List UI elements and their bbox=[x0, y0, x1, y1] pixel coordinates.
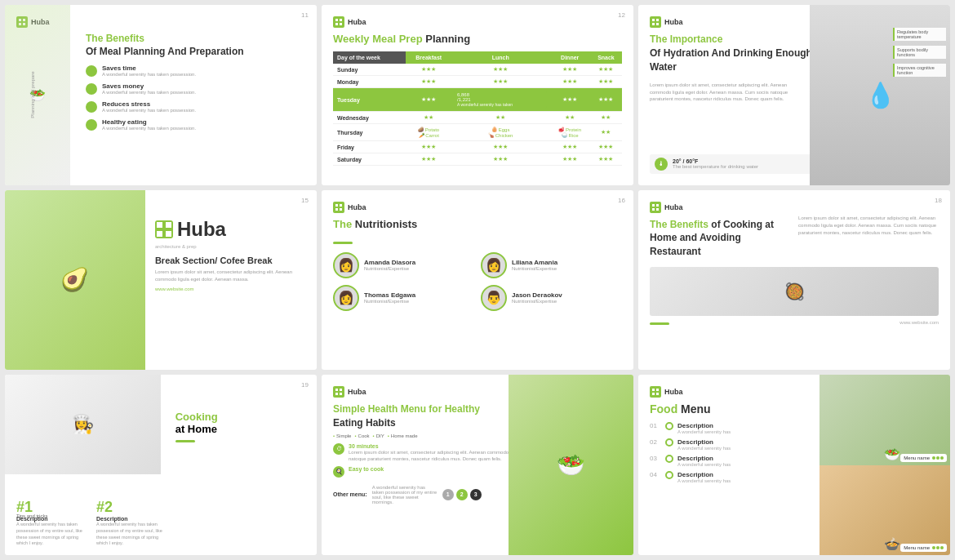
food-num-3: 03 bbox=[650, 455, 661, 462]
slide-7-title-area: Cooking at Home bbox=[175, 411, 305, 442]
food-num-4: 04 bbox=[650, 471, 661, 478]
other-menu-label: Other menu: bbox=[333, 491, 367, 497]
slide-8-title: Simple Health Menu for Healthy Eating Ha… bbox=[333, 402, 492, 430]
table-row-sunday: Sunday ★★★ ★★★ ★★★ ★★★ bbox=[333, 64, 622, 76]
tag-diy: DIY bbox=[373, 433, 384, 438]
table-row-monday: Monday ★★★ ★★★ ★★★ ★★★ bbox=[333, 76, 622, 88]
benefit-item-2: Saves money A wonderful serenity has tak… bbox=[86, 82, 305, 96]
slide-7-kitchen-image: 👩‍🍳 bbox=[5, 375, 161, 473]
col-snack: Snack bbox=[590, 51, 622, 64]
food-name-1: Description bbox=[677, 422, 731, 429]
slide-1: Huba 11 🥗 Planning and prepare The Benef… bbox=[5, 5, 317, 185]
slide-5: Huba 16 The Nutritionists 👩 Amanda Diaso… bbox=[322, 190, 633, 371]
huba-icon-6 bbox=[650, 202, 661, 213]
slide-7: Huba 19 👩‍🍳 Cooking at Home Tips and tri… bbox=[5, 375, 317, 555]
svg-rect-35 bbox=[340, 393, 342, 395]
benefit-dot-3 bbox=[86, 101, 97, 113]
nutri-name-3: Thomas Edgawa bbox=[364, 291, 415, 299]
benefit-label-4: Healthy eating bbox=[102, 118, 196, 126]
food-dot-2 bbox=[665, 438, 673, 447]
svg-rect-21 bbox=[340, 204, 342, 207]
menu-circle-3: 3 bbox=[470, 489, 482, 500]
benefit-dot-4 bbox=[86, 119, 97, 131]
tip-label-1: Description bbox=[16, 516, 90, 522]
food-name-4: Description bbox=[677, 471, 731, 478]
food-dot-1 bbox=[665, 422, 673, 430]
food-item-1: 01 Description A wonderful serenity has bbox=[650, 422, 809, 434]
tag-simple: Simple bbox=[333, 433, 351, 438]
huba-logo-3: Huba bbox=[650, 16, 683, 28]
nutri-title-1: Nutritionist/Expertise bbox=[364, 266, 415, 271]
huba-logo-5: Huba bbox=[333, 202, 366, 213]
svg-rect-4 bbox=[335, 19, 338, 21]
slide-7-title: Cooking at Home bbox=[175, 411, 305, 435]
svg-rect-38 bbox=[652, 393, 655, 395]
bullet-1: Regulates body temperature bbox=[893, 28, 946, 41]
slide-2-title: Weekly Meal Prep Planning bbox=[333, 33, 622, 45]
slide-number-4: 15 bbox=[301, 197, 309, 204]
table-row-friday: Friday ★★★ ★★★ ★★★ ★★★ bbox=[333, 141, 622, 153]
food-name-3: Description bbox=[677, 455, 731, 462]
tip-number-1: #1 bbox=[16, 499, 90, 516]
slide-1-content: The Benefits Of Meal Planning And Prepar… bbox=[86, 33, 305, 136]
benefit-desc-2: A wonderful serenity has taken possessio… bbox=[102, 90, 196, 96]
food-item-4: 04 Description A wonderful serenity has bbox=[650, 471, 809, 483]
svg-rect-37 bbox=[656, 389, 659, 391]
huba-logo-text-9: Huba bbox=[664, 388, 683, 396]
slide-6-title: The Benefits of Cooking at Home and Avoi… bbox=[650, 218, 794, 259]
nutri-name-4: Jason Deraokov bbox=[512, 291, 562, 299]
svg-rect-24 bbox=[652, 204, 655, 207]
food-images: 🥗 Menu name 🍲 Menu name bbox=[820, 375, 950, 555]
slide-6-website: www.website.com bbox=[899, 320, 939, 325]
menu-name-tag-1: Menu name bbox=[900, 454, 947, 462]
slide-4-right-content: Huba architecture & prep Break Section/ … bbox=[155, 218, 305, 291]
huba-logo-text-2: Huba bbox=[348, 18, 366, 26]
menu-tag-dot-5 bbox=[936, 546, 939, 549]
benefit-dot-1 bbox=[86, 65, 97, 77]
slide-4-subtitle: architecture & prep bbox=[155, 244, 305, 249]
slide-4-title: Break Section/ Cofee Break bbox=[155, 256, 305, 265]
svg-rect-16 bbox=[157, 222, 162, 228]
benefit-desc-4: A wonderful serenity has taken possessio… bbox=[102, 126, 196, 132]
menu-tag-dots-1 bbox=[932, 456, 944, 460]
food-dot-4 bbox=[665, 471, 673, 479]
nutritionist-grid: 👩 Amanda Diasora Nutritionist/Expertise … bbox=[333, 252, 622, 311]
tip-1: #1 Description A wonderful serenity has … bbox=[16, 499, 90, 547]
big-logo-icon bbox=[155, 220, 173, 238]
svg-rect-23 bbox=[340, 208, 342, 211]
temp-desc: The best temperature for drinking water bbox=[673, 164, 758, 169]
food-item-3: 03 Description A wonderful serenity has bbox=[650, 455, 809, 467]
tip-label-2: Description bbox=[96, 516, 170, 522]
svg-rect-10 bbox=[652, 23, 655, 25]
tips-section: #1 Description A wonderful serenity has … bbox=[16, 499, 170, 547]
slide-6: Huba 18 The Benefits of Cooking at Home … bbox=[638, 190, 950, 371]
benefit-item-4: Healthy eating A wonderful serenity has … bbox=[86, 118, 305, 132]
svg-rect-7 bbox=[340, 23, 342, 25]
slide-8: Huba 20 🥗 Simple Health Menu for Healthy… bbox=[322, 375, 633, 555]
slide-3: Huba 14 💧 Regulates body temperature Sup… bbox=[638, 5, 950, 185]
food-sub-2: A wonderful serenity has bbox=[677, 446, 731, 451]
food-dot-3 bbox=[665, 455, 673, 463]
menu-tag-dot-2 bbox=[936, 456, 939, 460]
menu-tag-dots-2 bbox=[932, 546, 944, 549]
thermometer-icon: 🌡 bbox=[655, 158, 668, 171]
nutri-name-2: Liliana Amania bbox=[512, 259, 557, 266]
food-sub-3: A wonderful serenity has bbox=[677, 462, 731, 467]
col-breakfast: Breakfast bbox=[406, 51, 451, 64]
menu-circle-2: 2 bbox=[456, 489, 468, 500]
slide-5-header: Huba bbox=[333, 202, 622, 213]
huba-logo-text-6: Huba bbox=[664, 203, 683, 211]
nutri-title-3: Nutritionist/Expertise bbox=[364, 299, 415, 304]
slide-6-cooking-image: 🥘 bbox=[650, 267, 939, 316]
slide-5-title: The Nutritionists bbox=[333, 218, 622, 230]
col-day: Day of the week bbox=[333, 51, 406, 64]
nutri-avatar-3: 👩 bbox=[333, 285, 359, 311]
table-row-thursday: Thursday 🥔 Potato🥕 Carrot 🥚 Eggs🍗 Chicke… bbox=[333, 124, 622, 141]
tag-homemade: Home made bbox=[388, 433, 418, 438]
svg-rect-27 bbox=[656, 208, 659, 211]
table-row-tuesday: Tuesday ★★★ 6,868/1,221A wonderful seren… bbox=[333, 88, 622, 112]
nutri-title-2: Nutritionist/Expertise bbox=[512, 266, 557, 271]
benefit-item-3: Reduces stress A wonderful serenity has … bbox=[86, 100, 305, 114]
svg-rect-36 bbox=[652, 389, 655, 391]
food-num-2: 02 bbox=[650, 438, 661, 446]
